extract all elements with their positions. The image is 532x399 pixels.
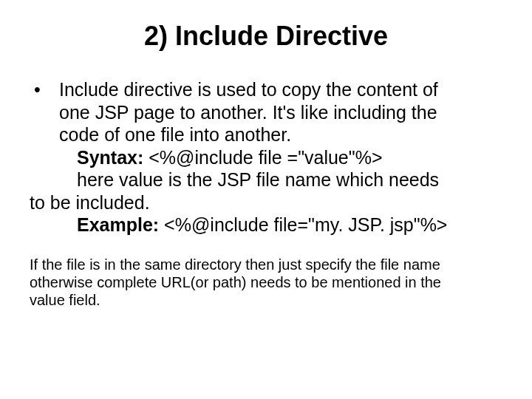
footnote: If the file is in the same directory the…: [30, 256, 502, 310]
example-text: <%@include file="my. JSP. jsp"%>: [159, 214, 447, 235]
example-label: Example:: [77, 214, 159, 235]
desc-line: to be included.: [30, 191, 502, 214]
syntax-label: Syntax:: [77, 147, 143, 168]
footnote-line: If the file is in the same directory the…: [30, 256, 502, 273]
bullet-content: Include directive is used to copy the co…: [59, 78, 502, 146]
slide-body: • Include directive is used to copy the …: [30, 78, 502, 310]
desc-line: here value is the JSP file name which ne…: [30, 168, 502, 191]
syntax-text: <%@include file ="value"%>: [143, 147, 382, 168]
paragraph-line: Include directive is used to copy the co…: [59, 78, 502, 101]
bullet-dot-icon: •: [30, 78, 59, 146]
footnote-line: otherwise complete URL(or path) needs to…: [30, 273, 502, 291]
footnote-line: value field.: [30, 291, 502, 309]
bullet-item: • Include directive is used to copy the …: [30, 78, 502, 146]
slide: 2) Include Directive • Include directive…: [0, 0, 532, 399]
syntax-line: Syntax: <%@include file ="value"%>: [30, 146, 502, 169]
example-line: Example: <%@include file="my. JSP. jsp"%…: [30, 214, 502, 236]
paragraph-line: code of one file into another.: [59, 123, 502, 146]
paragraph-line: one JSP page to another. It's like inclu…: [59, 101, 502, 124]
slide-title: 2) Include Directive: [30, 21, 502, 52]
